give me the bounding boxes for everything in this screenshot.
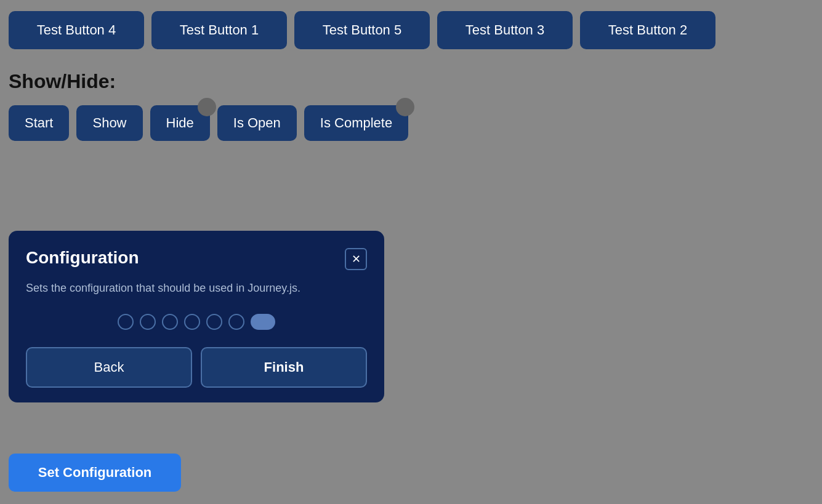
progress-dot-1 [140, 314, 156, 330]
modal-close-button[interactable]: ✕ [345, 248, 367, 270]
top-button-btn4[interactable]: Test Button 4 [9, 11, 144, 49]
progress-dot-0 [118, 314, 134, 330]
set-configuration-button[interactable]: Set Configuration [9, 454, 181, 492]
top-button-btn2[interactable]: Test Button 2 [580, 11, 715, 49]
finish-button[interactable]: Finish [201, 347, 367, 388]
top-button-btn1[interactable]: Test Button 1 [151, 11, 287, 49]
show-hide-buttons: StartShowHideIs OpenIs Complete [9, 105, 813, 141]
back-button[interactable]: Back [26, 347, 192, 388]
progress-dot-4 [206, 314, 222, 330]
modal-title: Configuration [26, 248, 139, 268]
configuration-modal: Configuration ✕ Sets the configuration t… [9, 231, 384, 402]
top-buttons-row: Test Button 4Test Button 1Test Button 5T… [0, 0, 822, 58]
tooltip-dot-hide [198, 98, 216, 116]
modal-header: Configuration ✕ [26, 248, 367, 270]
sh-button-start[interactable]: Start [9, 105, 69, 141]
progress-dot-6 [251, 314, 275, 330]
top-button-btn3[interactable]: Test Button 3 [437, 11, 573, 49]
progress-dot-5 [228, 314, 244, 330]
sh-button-isopen[interactable]: Is Open [217, 105, 297, 141]
modal-buttons: Back Finish [26, 347, 367, 388]
modal-overlay: Configuration ✕ Sets the configuration t… [9, 231, 384, 402]
show-hide-section: Show/Hide: StartShowHideIs OpenIs Comple… [0, 58, 822, 151]
show-hide-title: Show/Hide: [9, 70, 813, 93]
top-button-btn5[interactable]: Test Button 5 [294, 11, 430, 49]
modal-description: Sets the configuration that should be us… [26, 280, 367, 297]
progress-dot-3 [184, 314, 200, 330]
tooltip-dot-iscomplete [396, 98, 414, 116]
modal-dots [26, 314, 367, 330]
sh-button-iscomplete[interactable]: Is Complete [304, 105, 408, 141]
progress-dot-2 [162, 314, 178, 330]
sh-button-show[interactable]: Show [76, 105, 142, 141]
